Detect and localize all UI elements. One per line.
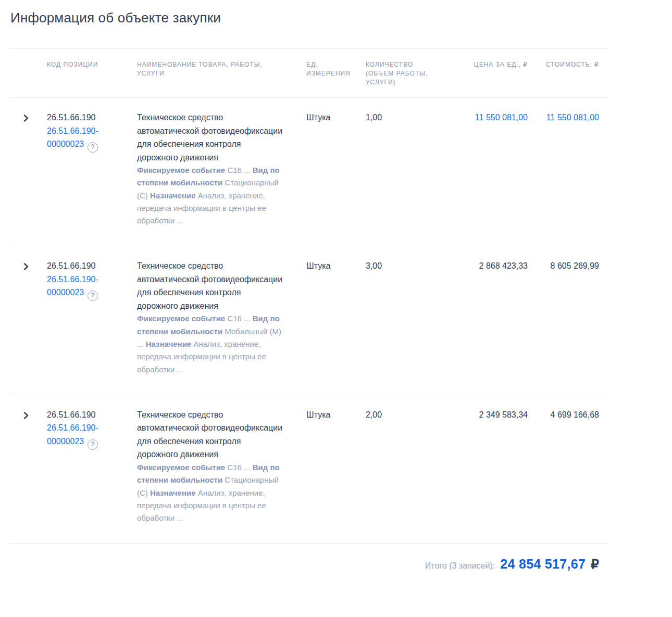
column-header-price: ЦЕНА ЗА ЕД., ₽ <box>444 49 528 98</box>
cost-cell: 4 699 166,68 <box>528 395 609 543</box>
code-cell: 26.51.66.190 26.51.66.190-00000023? <box>47 98 137 246</box>
table-footer: Итого (3 записей): 24 854 517,67 ₽ <box>0 557 609 572</box>
table-header-row: КОД ПОЗИЦИИ НАИМЕНОВАНИЕ ТОВАРА, РАБОТЫ,… <box>9 49 609 98</box>
column-header-unit: ЕД. ИЗМЕРЕНИЯ <box>306 49 366 98</box>
ruble-currency-symbol: ₽ <box>591 557 599 572</box>
item-name: Техническое средство автоматической фото… <box>137 408 283 461</box>
price-cell: 11 550 081,00 <box>444 98 528 246</box>
detail-value: С16 ... <box>227 463 250 472</box>
price-cell: 2 349 583,34 <box>444 395 528 543</box>
detail-label: Фиксируемое событие <box>137 463 225 472</box>
column-header-quantity: КОЛИЧЕСТВО (ОБЪЕМ РАБОТЫ, УСЛУГИ) <box>366 49 444 98</box>
total-value: 24 854 517,67 <box>500 557 586 572</box>
name-cell: Техническое средство автоматической фото… <box>137 246 306 395</box>
quantity-cell: 1,00 <box>366 98 444 246</box>
help-icon[interactable]: ? <box>88 142 98 153</box>
detail-value: С16 ... <box>227 166 250 174</box>
quantity-cell: 2,00 <box>366 395 444 543</box>
cost-cell: 11 550 081,00 <box>528 98 609 246</box>
unit-cell: Штука <box>306 98 366 246</box>
table-row: 26.51.66.190 26.51.66.190-00000023? Техн… <box>9 395 609 543</box>
help-icon[interactable]: ? <box>88 291 98 301</box>
table-row: 26.51.66.190 26.51.66.190-00000023? Техн… <box>9 246 609 395</box>
name-cell: Техническое средство автоматической фото… <box>137 98 306 246</box>
position-code: 26.51.66.190 <box>47 259 116 273</box>
chevron-right-icon[interactable] <box>22 261 30 270</box>
detail-value: С16 ... <box>227 314 250 323</box>
name-cell: Техническое средство автоматической фото… <box>137 395 306 543</box>
item-details: Фиксируемое событие С16 ... Вид по степе… <box>137 461 283 524</box>
unit-cell: Штука <box>306 395 366 543</box>
item-details: Фиксируемое событие С16 ... Вид по степе… <box>137 164 283 227</box>
item-name: Техническое средство автоматической фото… <box>137 111 283 164</box>
code-cell: 26.51.66.190 26.51.66.190-00000023? <box>47 395 137 543</box>
detail-label: Фиксируемое событие <box>137 314 225 323</box>
price-cell: 2 868 423,33 <box>444 246 528 395</box>
procurement-table: КОД ПОЗИЦИИ НАИМЕНОВАНИЕ ТОВАРА, РАБОТЫ,… <box>9 48 609 544</box>
column-header-expander <box>9 49 47 98</box>
position-code: 26.51.66.190 <box>47 408 116 422</box>
total-label: Итого (3 записей): <box>425 561 495 571</box>
cost-cell: 8 605 269,99 <box>528 246 609 395</box>
detail-label: Назначение <box>150 191 196 200</box>
item-details: Фиксируемое событие С16 ... Вид по степе… <box>137 312 283 375</box>
item-name: Техническое средство автоматической фото… <box>137 259 283 312</box>
cost-link[interactable]: 11 550 081,00 <box>546 113 599 122</box>
detail-label: Назначение <box>146 339 192 348</box>
quantity-cell: 3,00 <box>366 246 444 395</box>
unit-cell: Штука <box>306 246 366 395</box>
price-link[interactable]: 11 550 081,00 <box>475 113 528 122</box>
table-row: 26.51.66.190 26.51.66.190-00000023? Техн… <box>9 98 609 246</box>
column-header-name: НАИМЕНОВАНИЕ ТОВАРА, РАБОТЫ, УСЛУГИ <box>137 49 306 98</box>
column-header-cost: СТОИМОСТЬ, ₽ <box>528 49 609 98</box>
column-header-code: КОД ПОЗИЦИИ <box>47 49 137 98</box>
page-title: Информация об объекте закупки <box>10 8 672 27</box>
chevron-right-icon[interactable] <box>22 410 30 419</box>
chevron-right-icon[interactable] <box>22 113 30 121</box>
help-icon[interactable]: ? <box>88 439 98 450</box>
detail-label: Фиксируемое событие <box>137 166 225 174</box>
detail-label: Назначение <box>150 488 196 497</box>
expander-cell <box>9 246 47 395</box>
procurement-info-section: Информация об объекте закупки КОД ПОЗИЦИ… <box>0 0 672 572</box>
code-cell: 26.51.66.190 26.51.66.190-00000023? <box>47 246 137 395</box>
expander-cell <box>9 395 47 543</box>
position-code: 26.51.66.190 <box>47 111 116 124</box>
expander-cell <box>9 98 47 246</box>
